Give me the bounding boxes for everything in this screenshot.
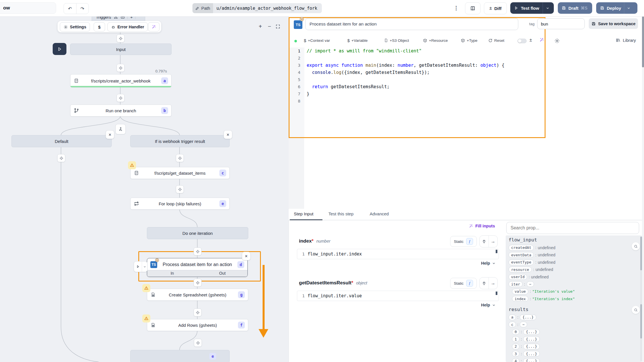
tab-step-input[interactable]: Step Input: [294, 211, 313, 216]
arrow-button[interactable]: →: [489, 278, 498, 289]
tree-key-pill[interactable]: a: [509, 314, 516, 320]
webhook-icon[interactable]: [114, 16, 118, 19]
tree-value[interactable]: −: [527, 281, 534, 287]
tree-key-pill[interactable]: 3: [512, 351, 519, 357]
collect-result-node[interactable]: e: [130, 350, 230, 362]
deploy-button[interactable]: Deploy: [596, 2, 637, 14]
get-dataset-node[interactable]: f/scripts/get_dataset_items c: [130, 167, 230, 179]
help-toggle[interactable]: Help: [481, 303, 496, 307]
add-step-button[interactable]: [117, 34, 125, 42]
tree-key-pill[interactable]: 1: [512, 336, 519, 342]
ai-wand-button[interactable]: [539, 38, 544, 42]
add-step-button[interactable]: [57, 154, 65, 162]
search-icon[interactable]: [632, 242, 640, 250]
branch-default-node[interactable]: Default: [11, 135, 112, 147]
editor-settings-button[interactable]: [554, 38, 560, 44]
add-trigger-button[interactable]: +: [130, 16, 133, 19]
plug-button[interactable]: [480, 239, 489, 244]
add-step-button[interactable]: [194, 279, 202, 287]
arrow-button[interactable]: →: [489, 236, 498, 247]
create-spreadsheet-node[interactable]: Create Spreadsheet (gsheets) g: [147, 289, 248, 301]
tag-input[interactable]: bun: [537, 18, 585, 29]
node-in-tab[interactable]: In: [147, 270, 197, 277]
tab-test-this-step[interactable]: Test this step: [328, 211, 354, 216]
delete-branch-button[interactable]: ✕: [224, 130, 232, 139]
test-flow-dropdown[interactable]: [543, 6, 552, 10]
tree-key-pill[interactable]: resource: [509, 267, 532, 272]
scrollbar-thumb[interactable]: [642, 16, 644, 67]
save-workspace-button[interactable]: Save to workspace: [589, 18, 638, 29]
tree-value[interactable]: {...}: [523, 358, 539, 362]
tree-key-pill[interactable]: userId: [509, 274, 527, 280]
branch-if-node[interactable]: If is webhook trigger result: [130, 135, 230, 147]
run-step-dropdown[interactable]: [142, 261, 147, 272]
fit-view-button[interactable]: [275, 24, 280, 29]
flow-name-clipped[interactable]: ow: [0, 2, 56, 14]
step-summary-input[interactable]: Process dataset item for an action: [305, 18, 518, 30]
add-variable-button[interactable]: $+Variable: [347, 37, 368, 44]
redo-button[interactable]: ↷: [76, 3, 89, 14]
results-header[interactable]: results: [509, 307, 529, 312]
tree-key-pill[interactable]: index: [512, 296, 528, 302]
add-step-button[interactable]: [194, 339, 202, 347]
flow-input-header[interactable]: flow_input: [509, 237, 537, 243]
tree-key-pill[interactable]: c: [509, 322, 516, 327]
settings-button[interactable]: Settings: [60, 22, 90, 32]
zoom-out-button[interactable]: −: [266, 23, 273, 29]
deploy-dropdown[interactable]: [624, 6, 633, 10]
zoom-in-button[interactable]: +: [257, 23, 263, 29]
tree-key-pill[interactable]: 2: [512, 344, 519, 349]
add-resource-button[interactable]: +Resource: [423, 37, 448, 44]
add-step-button[interactable]: [194, 247, 202, 255]
add-step-button[interactable]: [176, 185, 184, 193]
add-rows-node[interactable]: Add Rows (gsheets) f: [147, 319, 248, 331]
tree-value[interactable]: −: [520, 322, 527, 327]
run-step-button[interactable]: [134, 261, 142, 272]
add-step-button[interactable]: [194, 308, 202, 316]
tree-value[interactable]: {...}: [523, 344, 539, 349]
tree-value[interactable]: {...}: [523, 351, 539, 357]
javascript-expr-button[interactable]: f: [466, 238, 473, 245]
library-button[interactable]: Library: [616, 38, 636, 43]
diff-toggle[interactable]: [517, 39, 527, 43]
tree-value[interactable]: {...}: [520, 314, 536, 320]
tree-key-pill[interactable]: iter: [509, 281, 523, 287]
expr-editor[interactable]: 1 flow_input.iter.index: [297, 249, 499, 259]
add-step-button[interactable]: [117, 64, 125, 72]
branch-split-icon[interactable]: [115, 124, 126, 134]
do-iteration-node[interactable]: Do one iteration: [147, 227, 248, 239]
kebab-menu-button[interactable]: ⋮: [454, 5, 459, 12]
search-icon[interactable]: [632, 306, 640, 314]
search-prop-input[interactable]: [506, 222, 639, 234]
tree-value[interactable]: {...}: [523, 336, 539, 342]
static-mode-label[interactable]: Static: [454, 239, 464, 244]
tree-key-pill[interactable]: eventData: [509, 252, 534, 258]
help-toggle[interactable]: Help: [481, 261, 496, 265]
fill-inputs-button[interactable]: Fill inputs: [469, 224, 495, 228]
create-webhook-node[interactable]: f/scripts/create_actor_webhook a: [70, 74, 172, 87]
tab-advanced[interactable]: Advanced: [370, 211, 389, 216]
ai-button[interactable]: [148, 22, 159, 32]
code-editor[interactable]: // import * as wmill from "windmill-clie…: [307, 48, 536, 105]
input-node[interactable]: Input: [70, 44, 172, 55]
plus-minus-icon[interactable]: ±: [529, 38, 532, 43]
add-type-button[interactable]: +Type: [461, 37, 477, 44]
test-flow-button[interactable]: Test flow: [510, 2, 554, 14]
tree-key-pill[interactable]: value: [512, 289, 528, 294]
undo-button[interactable]: ↶: [64, 3, 76, 14]
run-one-branch-node[interactable]: Run one branch b: [70, 105, 172, 117]
add-step-button[interactable]: [117, 94, 125, 102]
expr-editor[interactable]: 1 flow_input.iter.value: [297, 291, 499, 301]
flow-canvas[interactable]: Triggers + Settings $ Error Handler: [0, 16, 289, 362]
run-flow-button[interactable]: [53, 43, 66, 55]
diff-button[interactable]: ± Diff: [484, 2, 507, 14]
panel-scrollbar[interactable]: [642, 16, 644, 362]
delete-step-button[interactable]: ✕: [242, 252, 251, 260]
draft-button[interactable]: Draft ⌘S: [558, 2, 592, 14]
tree-key-pill[interactable]: createdAt: [509, 245, 534, 251]
process-item-node[interactable]: TS Process dataset item for an action d …: [147, 258, 248, 277]
plug-button[interactable]: [480, 281, 489, 286]
tree-key-pill[interactable]: 0: [512, 329, 519, 335]
node-out-tab[interactable]: Out: [197, 270, 247, 277]
error-handler-button[interactable]: Error Handler: [107, 22, 148, 32]
